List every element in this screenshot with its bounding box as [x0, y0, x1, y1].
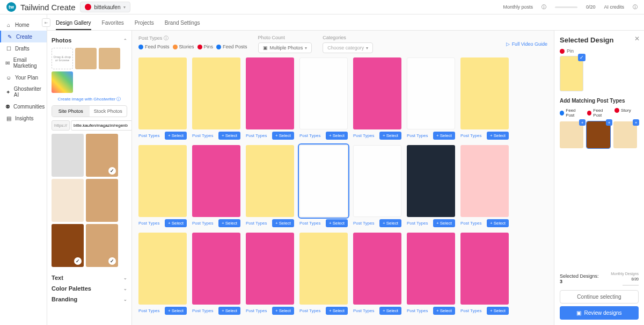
tab-projects[interactable]: Projects: [135, 17, 154, 30]
text-section-header[interactable]: Text⌄: [52, 272, 127, 283]
select-button[interactable]: + Select: [326, 219, 348, 227]
design-preview[interactable]: [407, 233, 455, 305]
select-button[interactable]: + Select: [487, 307, 509, 315]
post-types-link[interactable]: Post Types: [246, 221, 267, 226]
select-button[interactable]: + Select: [218, 132, 240, 140]
select-button[interactable]: + Select: [165, 219, 187, 227]
photo-count-select[interactable]: ▣Multiple Photos▾: [258, 42, 312, 53]
post-types-link[interactable]: Post Types: [192, 308, 213, 313]
select-button[interactable]: + Select: [487, 132, 509, 140]
select-button[interactable]: + Select: [433, 219, 455, 227]
select-button[interactable]: + Select: [433, 132, 455, 140]
subtab-stock-photos[interactable]: Stock Photos: [90, 106, 127, 117]
subtab-site-photos[interactable]: Site Photos: [52, 106, 90, 117]
nav-insights[interactable]: ▤Insights: [0, 112, 47, 124]
collapse-sidebar-button[interactable]: ⇤: [42, 18, 50, 27]
post-types-link[interactable]: Post Types: [138, 308, 159, 313]
select-button[interactable]: + Select: [272, 219, 294, 227]
post-types-link[interactable]: Post Types: [353, 133, 374, 138]
select-button[interactable]: + Select: [433, 307, 455, 315]
design-preview[interactable]: [460, 145, 509, 217]
post-types-link[interactable]: Post Types: [353, 308, 374, 313]
site-photo[interactable]: [86, 224, 118, 267]
design-preview[interactable]: [246, 233, 294, 305]
tab-favorites[interactable]: Favorites: [102, 17, 124, 30]
nav-home[interactable]: ⌂Home: [0, 19, 47, 31]
tab-brand-settings[interactable]: Brand Settings: [165, 17, 200, 30]
design-preview[interactable]: [192, 233, 240, 305]
video-guide-link[interactable]: ▷Full Video Guide: [506, 35, 547, 53]
match-thumb[interactable]: +: [587, 121, 610, 148]
site-selector[interactable]: bittekaufen ▾: [80, 2, 131, 12]
info-icon[interactable]: ⓘ: [164, 35, 169, 41]
uploaded-thumb[interactable]: [75, 48, 97, 69]
post-types-link[interactable]: Post Types: [246, 308, 267, 313]
design-preview[interactable]: [407, 145, 455, 217]
select-button[interactable]: + Select: [165, 132, 187, 140]
post-types-link[interactable]: Post Types: [407, 308, 428, 313]
match-thumb[interactable]: +: [613, 121, 637, 148]
nav-drafts[interactable]: ☐Drafts: [0, 42, 47, 54]
categories-select[interactable]: Choose category▾: [323, 42, 373, 53]
design-preview[interactable]: [460, 57, 509, 129]
post-types-link[interactable]: Post Types: [246, 133, 267, 138]
design-preview[interactable]: [299, 145, 348, 217]
post-types-link[interactable]: Post Types: [299, 308, 320, 313]
upload-dropzone[interactable]: Drag & drop or browse: [52, 48, 73, 69]
uploaded-thumb[interactable]: [52, 71, 73, 93]
post-types-link[interactable]: Post Types: [299, 221, 320, 226]
design-preview[interactable]: [246, 145, 294, 217]
post-types-link[interactable]: Post Types: [407, 133, 428, 138]
chip-feed-posts-2[interactable]: Feed Posts: [216, 44, 247, 49]
post-types-link[interactable]: Post Types: [138, 133, 159, 138]
select-button[interactable]: + Select: [218, 307, 240, 315]
design-preview[interactable]: [353, 57, 401, 129]
url-input[interactable]: [71, 120, 132, 131]
photos-section-header[interactable]: Photos ⌃: [52, 35, 127, 46]
select-button[interactable]: + Select: [272, 307, 294, 315]
design-preview[interactable]: [353, 233, 401, 305]
design-preview[interactable]: [138, 57, 187, 129]
design-preview[interactable]: [460, 233, 509, 305]
design-preview[interactable]: [299, 233, 348, 305]
design-preview[interactable]: [299, 57, 348, 129]
post-types-link[interactable]: Post Types: [407, 221, 428, 226]
select-button[interactable]: + Select: [487, 219, 509, 227]
continue-selecting-button[interactable]: Continue selecting: [560, 290, 639, 304]
select-button[interactable]: + Select: [218, 219, 240, 227]
post-types-link[interactable]: Post Types: [299, 133, 320, 138]
review-designs-button[interactable]: ▣Review designs: [560, 306, 639, 320]
post-types-link[interactable]: Post Types: [138, 221, 159, 226]
tab-design-gallery[interactable]: Design Gallery: [56, 17, 91, 30]
select-button[interactable]: + Select: [165, 307, 187, 315]
post-types-link[interactable]: Post Types: [460, 133, 481, 138]
select-button[interactable]: + Select: [379, 219, 401, 227]
post-types-link[interactable]: Post Types: [460, 308, 481, 313]
branding-section-header[interactable]: Branding⌄: [52, 294, 127, 305]
post-types-link[interactable]: Post Types: [192, 133, 213, 138]
selected-preview[interactable]: ✓: [560, 56, 583, 91]
chip-feed-posts[interactable]: Feed Posts: [138, 44, 170, 49]
design-preview[interactable]: [353, 145, 401, 217]
design-preview[interactable]: [138, 233, 187, 305]
close-icon[interactable]: ✕: [634, 35, 640, 42]
nav-email[interactable]: ✉Email Marketing: [0, 54, 47, 71]
chip-stories[interactable]: Stories: [173, 44, 194, 49]
site-photo[interactable]: [52, 224, 84, 267]
post-types-link[interactable]: Post Types: [353, 221, 374, 226]
select-button[interactable]: + Select: [272, 132, 294, 140]
nav-create[interactable]: ✎Create: [0, 31, 47, 42]
chip-pins[interactable]: Pins: [197, 44, 214, 49]
colors-section-header[interactable]: Color Palettes⌄: [52, 283, 127, 294]
design-preview[interactable]: [192, 57, 240, 129]
select-button[interactable]: + Select: [379, 132, 401, 140]
site-photo[interactable]: [86, 179, 118, 222]
info-icon[interactable]: ⓘ: [633, 4, 638, 11]
nav-ghostwriter[interactable]: ✦Ghostwriter AI: [0, 83, 47, 100]
nav-plan[interactable]: ☺Your Plan: [0, 71, 47, 83]
design-preview[interactable]: [192, 145, 240, 217]
post-types-link[interactable]: Post Types: [192, 221, 213, 226]
select-button[interactable]: + Select: [379, 307, 401, 315]
design-preview[interactable]: [138, 145, 187, 217]
post-types-link[interactable]: Post Types: [460, 221, 481, 226]
